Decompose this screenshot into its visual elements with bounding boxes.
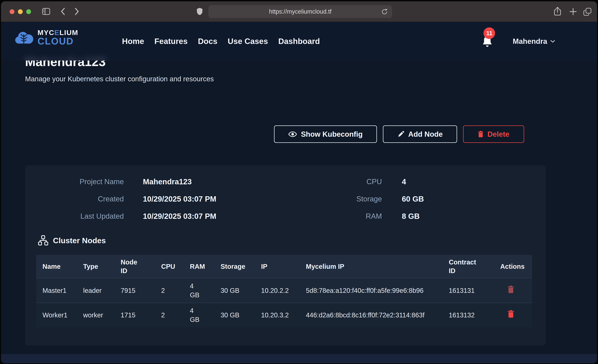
table-row-worker1: Worker1 worker 1715 2 4 GB 30 GB 10.20.3… — [36, 303, 532, 327]
trash-icon — [478, 131, 483, 138]
minimize-window-button[interactable] — [18, 9, 23, 14]
notification-count-badge: 11 — [483, 27, 495, 39]
nav-item-home[interactable]: Home — [122, 37, 144, 46]
cell-storage: 30 GB — [221, 311, 261, 320]
nav-item-docs[interactable]: Docs — [198, 37, 217, 46]
cell-name: Master1 — [42, 286, 83, 295]
back-icon[interactable] — [60, 7, 65, 16]
last-updated-value: 10/29/2025 03:07 PM — [143, 211, 272, 221]
col-ip: IP — [261, 262, 306, 271]
ram-label: RAM — [272, 211, 382, 221]
url-text: https://myceliumcloud.tf — [269, 8, 332, 15]
browser-chrome: https://myceliumcloud.tf — [1, 1, 597, 22]
col-storage: Storage — [221, 262, 261, 271]
add-node-button[interactable]: Add Node — [383, 125, 457, 143]
eye-icon — [288, 131, 297, 137]
add-node-label: Add Node — [408, 130, 443, 138]
user-name: Mahendra — [513, 37, 547, 45]
col-name: Name — [42, 262, 83, 271]
ram-value: 8 GB — [402, 211, 424, 221]
reload-icon[interactable] — [381, 8, 388, 15]
cluster-info-grid: Project Name Mahendra123 Created 10/29/2… — [25, 165, 546, 221]
cell-ram: 4 GB — [190, 306, 221, 324]
main-content: Mahendra123 Manage your Kubernetes clust… — [1, 22, 597, 345]
page-subtitle: Manage your Kubernetes cluster configura… — [25, 75, 545, 83]
storage-label: Storage — [272, 194, 382, 204]
cell-ip: 10.20.3.2 — [261, 311, 306, 320]
close-window-button[interactable] — [10, 9, 14, 14]
cell-cpu: 2 — [161, 286, 190, 295]
tab-overview-icon[interactable] — [583, 8, 591, 16]
cell-name: Worker1 — [42, 311, 83, 320]
cell-type: leader — [83, 286, 121, 295]
project-name-value: Mahendra123 — [143, 177, 272, 186]
col-cpu: CPU — [161, 262, 190, 271]
sidebar-toggle-icon[interactable] — [42, 8, 50, 15]
cluster-actions-toolbar: Show Kubeconfig Add Node Delete — [25, 125, 524, 143]
project-name-label: Project Name — [25, 177, 124, 186]
chevron-down-icon — [550, 40, 555, 43]
delete-node-button[interactable] — [507, 310, 515, 319]
brand-text: MYCELIUM CLOUD — [38, 29, 78, 46]
notifications-button[interactable]: 11 — [482, 35, 493, 48]
cell-type: worker — [83, 311, 121, 320]
brand-logo[interactable]: MYCELIUM CLOUD — [15, 29, 78, 46]
delete-label: Delete — [488, 130, 509, 138]
show-kubeconfig-button[interactable]: Show Kubeconfig — [274, 125, 377, 143]
share-icon[interactable] — [554, 6, 561, 16]
privacy-shield-icon[interactable] — [197, 7, 203, 16]
cell-node-id: 7915 — [121, 286, 161, 295]
cell-contract-id: 1613131 — [449, 286, 500, 295]
show-kubeconfig-label: Show Kubeconfig — [301, 130, 363, 138]
cell-ram: 4 GB — [190, 281, 221, 299]
pencil-icon — [397, 131, 404, 138]
trash-icon — [507, 310, 514, 318]
url-address-field[interactable]: https://myceliumcloud.tf — [208, 5, 392, 18]
forward-icon[interactable] — [75, 7, 79, 16]
browser-window: https://myceliumcloud.tf Mahendra123 Man… — [1, 1, 597, 363]
storage-value: 60 GB — [402, 194, 424, 204]
cell-node-id: 1715 — [121, 311, 161, 320]
table-header-row: Name Type Node ID CPU RAM Storage IP Myc… — [36, 255, 532, 278]
cluster-details-card: Project Name Mahendra123 Created 10/29/2… — [25, 165, 546, 345]
cell-contract-id: 1613132 — [449, 311, 500, 320]
user-menu[interactable]: Mahendra — [513, 37, 555, 45]
footer-strip — [1, 354, 597, 363]
cloud-tree-logo-icon — [15, 29, 34, 45]
last-updated-label: Last Updated — [25, 211, 124, 221]
col-node-id: Node ID — [121, 258, 161, 275]
cell-mycelium-ip: 446:d2a6:8bcd:8c16:ff0f:72e2:3114:863f — [306, 311, 440, 320]
delete-cluster-button[interactable]: Delete — [463, 125, 524, 143]
col-actions: Actions — [500, 262, 532, 271]
new-tab-icon[interactable] — [569, 8, 577, 15]
trash-icon — [507, 285, 514, 294]
page-body: Mahendra123 Manage your Kubernetes clust… — [1, 22, 597, 363]
nodes-network-icon — [38, 235, 48, 246]
cell-cpu: 2 — [161, 311, 190, 320]
nav-item-features[interactable]: Features — [154, 37, 188, 46]
cpu-value: 4 — [402, 177, 424, 186]
created-value: 10/29/2025 03:07 PM — [143, 194, 272, 204]
col-mycelium-ip: Mycelium IP — [306, 262, 449, 271]
created-label: Created — [25, 194, 124, 204]
site-navbar: MYCELIUM CLOUD Home Features Docs Use Ca… — [1, 22, 597, 61]
nav-right-group: 11 Mahendra — [482, 22, 555, 61]
col-contract-id: Contract ID — [449, 258, 500, 275]
cell-storage: 30 GB — [221, 286, 261, 295]
nav-item-dashboard[interactable]: Dashboard — [278, 37, 320, 46]
zoom-window-button[interactable] — [26, 9, 31, 14]
nav-item-use-cases[interactable]: Use Cases — [228, 37, 268, 46]
nodes-table: Name Type Node ID CPU RAM Storage IP Myc… — [36, 255, 532, 327]
nav-links: Home Features Docs Use Cases Dashboard — [122, 22, 320, 61]
cluster-nodes-title: Cluster Nodes — [53, 236, 106, 245]
cell-mycelium-ip: 5d8:78ea:a120:f40c:ff0f:a5fe:99e6:8b96 — [306, 286, 440, 295]
cluster-nodes-heading: Cluster Nodes — [38, 235, 546, 246]
cpu-label: CPU — [272, 177, 382, 186]
col-ram: RAM — [190, 262, 221, 271]
delete-node-button[interactable] — [507, 285, 515, 294]
table-row-master1: Master1 leader 7915 2 4 GB 30 GB 10.20.2… — [36, 278, 532, 303]
cell-ip: 10.20.2.2 — [261, 286, 306, 295]
col-type: Type — [83, 262, 121, 271]
